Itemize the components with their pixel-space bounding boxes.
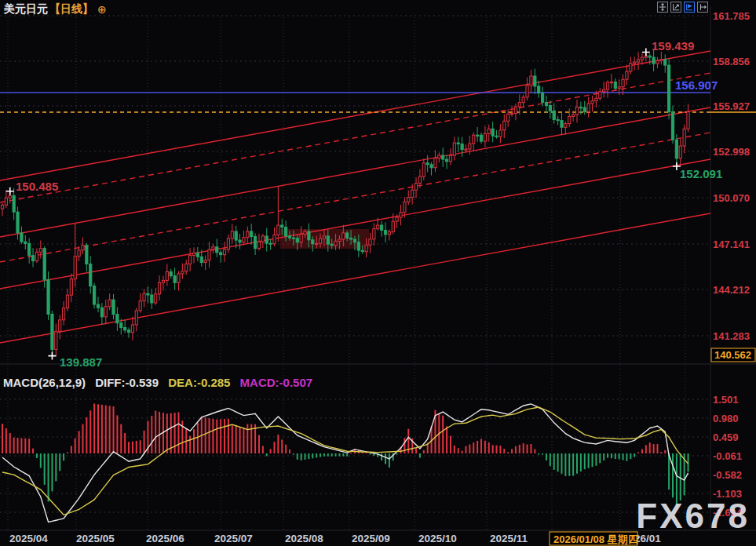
candle-body <box>591 101 593 104</box>
candle-body <box>687 111 689 129</box>
candle-body <box>369 239 371 246</box>
candle-body <box>342 233 345 239</box>
candle-body <box>572 115 575 116</box>
instrument-title: 美元日元 <box>4 2 48 16</box>
axis-lock-icon <box>685 3 693 11</box>
candle-body <box>514 107 517 113</box>
axis-scale-button[interactable] <box>670 2 681 13</box>
candle-body <box>131 325 133 333</box>
pan-tool-button[interactable] <box>657 2 668 13</box>
macd-dea-value: DEA:-0.285 <box>168 376 230 389</box>
candle-body <box>143 293 145 300</box>
price-annotation: 139.887 <box>60 355 102 369</box>
candle-body <box>281 225 283 228</box>
candle-body <box>327 236 329 244</box>
candle-body <box>155 294 157 303</box>
candle-body <box>434 158 436 168</box>
candle-body <box>606 82 608 89</box>
candle-body <box>418 177 421 184</box>
candle-body <box>181 271 184 274</box>
candle-body <box>231 231 233 238</box>
candle-body <box>35 252 38 260</box>
candle-body <box>192 253 195 256</box>
current-price-value: 140.562 <box>714 349 751 361</box>
add-indicator-icon[interactable]: ⊕ <box>97 3 107 16</box>
pan-icon <box>659 3 667 11</box>
price-annotation: 156.907 <box>675 78 718 92</box>
candle-body <box>449 155 451 162</box>
candle-body <box>227 238 229 249</box>
price-tick-label: 152.998 <box>713 146 750 158</box>
candle-body <box>51 314 53 349</box>
axis-lock-button[interactable] <box>684 2 695 13</box>
candle-body <box>162 280 164 282</box>
candle-body <box>664 60 667 65</box>
candle-body <box>31 256 34 261</box>
candle-body <box>277 225 279 235</box>
extreme-marker-cross <box>6 187 14 195</box>
price-tick-label: 141.283 <box>713 330 750 342</box>
time-tick-label: 2025/09 <box>352 533 390 544</box>
candle-body <box>100 308 103 317</box>
candle-body <box>645 56 647 57</box>
extreme-marker-cross <box>642 48 650 56</box>
time-tick-label: 2025/07 <box>214 533 253 544</box>
candle-body <box>671 111 674 140</box>
candle-body <box>610 82 612 82</box>
candle-body <box>630 64 632 71</box>
candle-body <box>28 243 31 255</box>
chart-canvas[interactable]: 150.485139.887159.439152.091156.907161.7… <box>0 0 756 546</box>
time-tick-label: 2025/11 <box>490 533 528 544</box>
axis-shift-button[interactable] <box>697 2 708 13</box>
price-pane <box>0 49 710 356</box>
candle-body <box>208 249 210 260</box>
macd-tick-label: 0.980 <box>713 413 739 424</box>
candle-body <box>622 79 624 87</box>
channel-line-solid <box>0 51 710 180</box>
candle-body <box>66 295 68 308</box>
candle-body <box>599 92 601 99</box>
candle-body <box>603 89 605 91</box>
candle-body <box>641 57 643 60</box>
candle-body <box>564 124 567 128</box>
price-tick-label: 150.070 <box>713 192 750 204</box>
candle-body <box>660 60 663 60</box>
candle-body <box>538 86 540 93</box>
candle-body <box>614 82 616 88</box>
candle-body <box>530 76 532 86</box>
candle-body <box>634 62 636 64</box>
time-tick-label: 2025/08 <box>285 533 323 544</box>
timeframe-label: 【日线】 <box>49 2 93 16</box>
candle-body <box>112 300 115 315</box>
candle-body <box>292 238 294 238</box>
price-tick-label: 144.212 <box>713 284 750 296</box>
candle-body <box>457 143 459 144</box>
candle-body <box>652 57 655 64</box>
candle-body <box>200 257 203 262</box>
candle-body <box>438 155 440 158</box>
candle-body <box>16 212 19 233</box>
price-annotation: 152.091 <box>680 167 722 180</box>
candle-body <box>24 242 27 243</box>
candle-body <box>308 231 310 240</box>
time-tick-label: 2025/04 <box>9 533 48 544</box>
candle-body <box>74 257 76 279</box>
candle-body <box>257 242 260 249</box>
macd-tick-label: 0.459 <box>713 431 739 443</box>
candle-body <box>373 229 375 239</box>
candle-body <box>442 155 444 159</box>
candle-body <box>400 213 402 217</box>
candle-body <box>518 103 520 107</box>
candle-body <box>575 107 578 115</box>
candle-body <box>568 116 571 123</box>
candle-body <box>189 255 192 264</box>
candle-body <box>196 253 199 257</box>
candle-body <box>465 149 467 150</box>
candle-body <box>151 295 153 303</box>
macd-tick-label: -0.582 <box>713 469 742 481</box>
candle-body <box>220 253 222 255</box>
candle-body <box>108 300 111 307</box>
axis-scale-icon <box>672 3 680 11</box>
channel-line-solid <box>0 107 710 237</box>
extreme-marker-cross <box>48 352 56 360</box>
